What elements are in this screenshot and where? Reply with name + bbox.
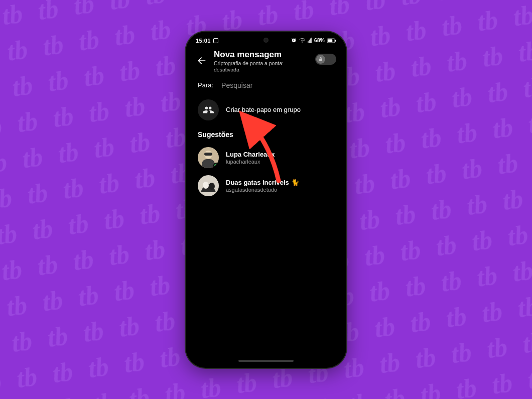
suggestion-item[interactable]: Duas gatas incríveis 🐈 asgatasdonasdetud… [189, 172, 343, 200]
battery-icon [327, 38, 336, 43]
avatar [198, 147, 219, 168]
signal-icon [308, 38, 312, 43]
alarm-icon [291, 38, 297, 43]
presence-dot [213, 163, 219, 168]
group-avatar-circle [198, 99, 219, 120]
page-subtitle-line1: Criptografia de ponta a ponta: [214, 60, 309, 67]
lock-icon [318, 57, 323, 62]
page-title: Nova mensagem [214, 50, 309, 60]
recipient-row: Para: [189, 73, 343, 94]
status-bar: 15:01 68% [189, 35, 343, 47]
page-subtitle-line2: desativada [214, 67, 309, 73]
suggestion-name: Lupa Charleaux [226, 151, 275, 158]
battery-percent: 68% [314, 38, 325, 43]
avatar [198, 175, 219, 196]
svg-rect-9 [204, 153, 212, 156]
svg-point-11 [203, 182, 209, 189]
suggestion-name: Duas gatas incríveis 🐈 [226, 179, 299, 186]
status-time: 15:01 [196, 38, 211, 44]
wifi-icon [299, 38, 305, 43]
svg-point-12 [209, 183, 215, 190]
arrow-left-icon [197, 56, 207, 66]
svg-rect-4 [328, 39, 332, 42]
screen: 15:01 68% Nova mensagem Crip [189, 35, 343, 365]
suggestion-username: asgatasdonasdetudo [226, 187, 299, 193]
suggestions-heading: Sugestões [189, 127, 343, 144]
screenshot-icon [213, 38, 218, 43]
back-button[interactable] [196, 53, 208, 69]
search-input[interactable] [221, 81, 334, 89]
page-background: tb 15:01 68% [0, 0, 532, 399]
home-indicator[interactable] [238, 360, 294, 362]
avatar-image [198, 175, 219, 196]
phone-frame: 15:01 68% Nova mensagem Crip [186, 32, 346, 368]
people-icon [203, 104, 214, 115]
suggestion-item[interactable]: Lupa Charleaux lupacharleaux [189, 144, 343, 172]
app-header: Nova mensagem Criptografia de ponta a po… [189, 47, 343, 73]
encryption-toggle[interactable] [315, 54, 336, 65]
cat-badge-icon: 🐈 [291, 179, 299, 186]
suggestion-username: lupacharleaux [226, 159, 275, 165]
svg-rect-8 [202, 159, 215, 168]
recipient-label: Para: [198, 81, 213, 89]
create-group-row[interactable]: Criar bate-papo em grupo [189, 94, 343, 127]
create-group-label: Criar bate-papo em grupo [226, 106, 301, 113]
svg-rect-5 [335, 40, 336, 42]
